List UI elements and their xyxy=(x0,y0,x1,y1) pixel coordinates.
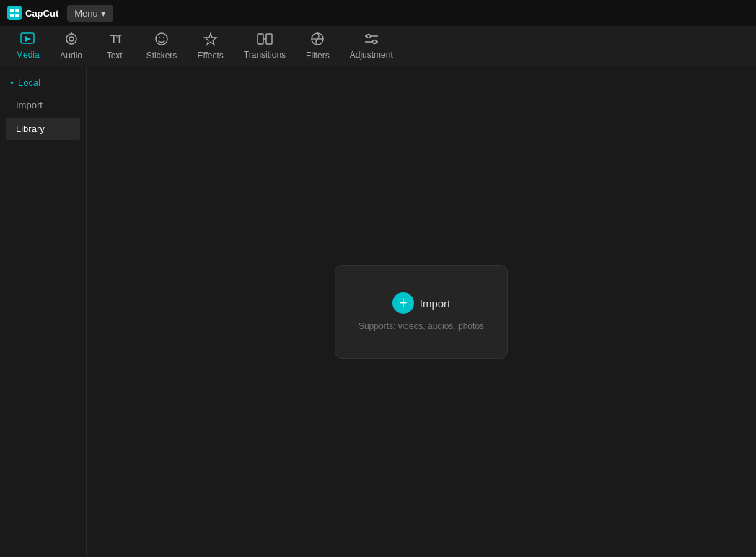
text-label: Text xyxy=(107,51,123,61)
logo-text: CapCut xyxy=(25,8,58,19)
media-icon xyxy=(20,32,35,48)
filters-label: Filters xyxy=(306,51,330,61)
stickers-label: Stickers xyxy=(146,51,177,61)
svg-point-12 xyxy=(163,37,164,38)
toolbar-item-adjustment[interactable]: Adjustment xyxy=(340,28,403,64)
svg-rect-1 xyxy=(15,9,19,12)
svg-rect-0 xyxy=(10,9,14,12)
import-action-row: + Import xyxy=(392,292,451,314)
audio-icon xyxy=(64,32,79,48)
transitions-icon xyxy=(257,32,273,48)
svg-text:TI: TI xyxy=(110,33,122,45)
transitions-label: Transitions xyxy=(244,50,286,60)
content-area: + Import Supports: videos, audios, photo… xyxy=(87,66,756,557)
svg-rect-14 xyxy=(258,34,263,44)
toolbar-item-effects[interactable]: Effects xyxy=(187,27,233,65)
toolbar-item-media[interactable]: Media xyxy=(6,28,50,64)
effects-icon xyxy=(203,32,218,48)
svg-rect-2 xyxy=(10,14,14,17)
text-icon: TI xyxy=(107,32,122,48)
menu-label: Menu xyxy=(74,8,98,19)
filters-icon xyxy=(310,32,325,48)
svg-marker-13 xyxy=(205,33,216,45)
svg-rect-3 xyxy=(15,14,19,17)
sidebar: ▾ Local Import Library xyxy=(0,66,87,557)
menu-button[interactable]: Menu ▾ xyxy=(67,5,113,22)
svg-point-21 xyxy=(366,34,370,38)
import-plus-icon: + xyxy=(392,292,414,314)
titlebar: CapCut Menu ▾ xyxy=(0,0,756,26)
sidebar-item-import[interactable]: Import xyxy=(6,94,80,116)
app-logo: CapCut xyxy=(7,6,58,20)
svg-rect-15 xyxy=(266,34,272,44)
logo-icon xyxy=(7,6,22,20)
sidebar-section-local[interactable]: ▾ Local xyxy=(0,72,86,93)
toolbar: Media Audio TI Text xyxy=(0,26,756,66)
toolbar-item-text[interactable]: TI Text xyxy=(93,27,136,65)
section-label: Local xyxy=(18,77,40,88)
import-subtext: Supports: videos, audios, photos xyxy=(359,321,484,331)
import-label: Import xyxy=(420,297,451,310)
sidebar-item-library[interactable]: Library xyxy=(6,118,80,140)
import-drop-area[interactable]: + Import Supports: videos, audios, photo… xyxy=(335,265,508,359)
adjustment-label: Adjustment xyxy=(350,50,393,60)
toolbar-item-filters[interactable]: Filters xyxy=(296,27,340,65)
effects-label: Effects xyxy=(197,51,223,61)
main-area: ▾ Local Import Library + Import Supports… xyxy=(0,66,756,557)
menu-arrow-icon: ▾ xyxy=(101,8,106,19)
svg-point-6 xyxy=(66,34,76,44)
media-label: Media xyxy=(16,50,40,60)
toolbar-item-transitions[interactable]: Transitions xyxy=(234,28,296,64)
svg-point-22 xyxy=(372,40,376,43)
section-arrow-icon: ▾ xyxy=(10,79,14,87)
svg-point-7 xyxy=(69,37,74,41)
adjustment-icon xyxy=(364,32,379,48)
audio-label: Audio xyxy=(60,51,82,61)
stickers-icon xyxy=(154,32,169,48)
toolbar-item-audio[interactable]: Audio xyxy=(50,27,93,65)
toolbar-item-stickers[interactable]: Stickers xyxy=(136,27,188,65)
svg-point-10 xyxy=(156,33,167,45)
svg-marker-5 xyxy=(25,36,31,42)
svg-point-11 xyxy=(159,37,160,38)
